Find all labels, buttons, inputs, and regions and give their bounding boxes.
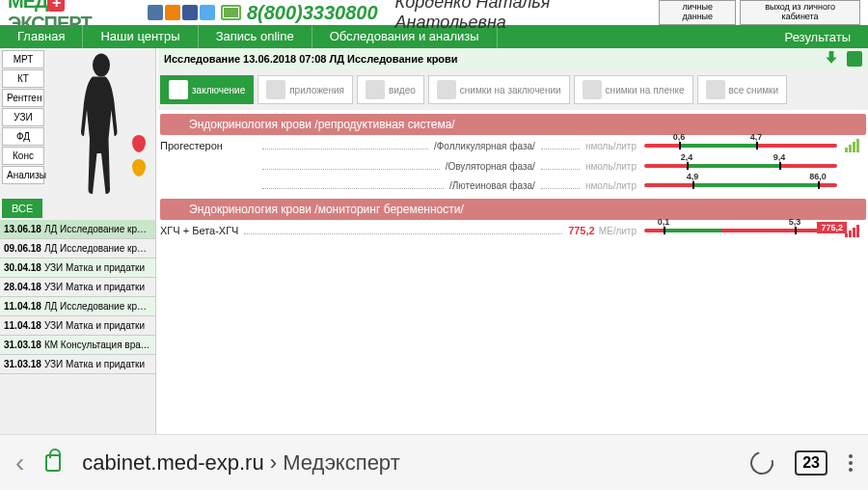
- social-icons: [148, 5, 215, 20]
- back-icon[interactable]: ‹: [15, 448, 24, 478]
- logout-button[interactable]: выход из личного кабинета: [740, 0, 860, 25]
- tw-icon[interactable]: [200, 5, 215, 20]
- study-title-row: Исследование 13.06.2018 07:08 ЛД Исследо…: [158, 48, 868, 69]
- tab-все снимки[interactable]: все снимки: [697, 75, 787, 104]
- history-item[interactable]: 11.04.18УЗИ Матка и придатки: [0, 316, 155, 336]
- cat-УЗИ[interactable]: УЗИ: [2, 108, 44, 126]
- range-bar: 2,49,4: [644, 160, 837, 172]
- nav-centers[interactable]: Наши центры: [83, 25, 198, 48]
- plus-icon: +: [47, 0, 65, 12]
- history-item[interactable]: 31.03.18УЗИ Матка и придатки: [0, 355, 155, 374]
- download-icon[interactable]: [824, 51, 839, 67]
- history-item[interactable]: 31.03.18КМ Консультация врача-г...: [0, 336, 155, 355]
- study-title: Исследование 13.06.2018 07:08 ЛД Исследо…: [164, 48, 458, 69]
- range-bar: 0,1 5,3 775,2: [644, 225, 837, 236]
- tab-icon: [583, 80, 602, 99]
- trend-icon[interactable]: [845, 139, 866, 152]
- cat-Конс[interactable]: Конс: [2, 147, 44, 165]
- range-bar: 0,64,7: [644, 140, 837, 151]
- history-item[interactable]: 09.06.18ЛД Исследование крови: [0, 239, 155, 259]
- url-display[interactable]: cabinet.med-exp.ru › Медэксперт: [82, 450, 399, 476]
- print-icon[interactable]: [847, 51, 862, 67]
- tab-видео[interactable]: видео: [357, 75, 424, 104]
- cat-Анализы[interactable]: Анализы: [2, 166, 44, 184]
- main-nav: Главная Наши центры Запись online Обслед…: [0, 25, 868, 48]
- history-item[interactable]: 11.04.18ЛД Исследование крови: [0, 297, 155, 316]
- lock-icon: [45, 454, 61, 472]
- result-row-hcg: ХГЧ + Бета-ХГЧ 775,2 МЕ/литр 0,1 5,3 775…: [158, 220, 868, 241]
- tab-снимки на заключении[interactable]: снимки на заключении: [428, 75, 570, 104]
- tab-icon: [266, 80, 285, 99]
- svg-point-0: [93, 54, 110, 77]
- nav-home[interactable]: Главная: [0, 25, 83, 48]
- phone-number: 8(800)3330800: [247, 2, 378, 24]
- cat-КТ[interactable]: КТ: [2, 69, 44, 88]
- section-header-2: Эндокринология крови /мониторинг беремен…: [160, 199, 866, 220]
- result-row: /Лютеиновая фаза/нмоль/литр4,986,0: [158, 176, 868, 195]
- tab-icon: [169, 80, 188, 99]
- tab-приложения[interactable]: приложения: [258, 75, 353, 104]
- body-figure: [46, 48, 155, 197]
- cat-ФД[interactable]: ФД: [2, 127, 44, 146]
- nav-results[interactable]: Результаты: [768, 30, 868, 44]
- tab-icon: [366, 80, 385, 99]
- tab-icon: [437, 80, 456, 99]
- mail-icon[interactable]: [221, 5, 241, 20]
- main-content: Исследование 13.06.2018 07:08 ЛД Исследо…: [156, 48, 868, 434]
- fb-icon[interactable]: [182, 5, 198, 20]
- history-item[interactable]: 28.04.18УЗИ Матка и придатки: [0, 278, 155, 297]
- tab-icon: [706, 80, 725, 99]
- history-item[interactable]: 30.04.18УЗИ Матка и придатки: [0, 259, 155, 278]
- tab-заключение[interactable]: заключение: [160, 75, 254, 104]
- nav-booking[interactable]: Запись online: [199, 25, 312, 48]
- urine-drop-icon[interactable]: [132, 159, 146, 177]
- nav-tests[interactable]: Обследования и анализы: [312, 25, 498, 48]
- all-button[interactable]: ВСЕ: [2, 199, 42, 218]
- result-row: Прогестерон/Фолликулярная фаза/нмоль/лит…: [158, 135, 868, 156]
- app-header: МЕД+ЭКСПЕРТ 8(800)3330800 Корденко Натал…: [0, 0, 868, 25]
- tab-снимки на пленке[interactable]: снимки на пленке: [574, 75, 693, 104]
- cat-МРТ[interactable]: МРТ: [2, 50, 44, 68]
- range-bar: 4,986,0: [644, 179, 837, 191]
- sidebar: МРТКТРентгенУЗИФДКонсАнализы ВСЕ 13.06.1…: [0, 48, 156, 434]
- result-row: /Овуляторная фаза/нмоль/литр2,49,4: [158, 156, 868, 176]
- menu-icon[interactable]: [849, 454, 853, 472]
- reload-icon[interactable]: [746, 447, 778, 478]
- history-item[interactable]: 13.06.18ЛД Исследование крови: [0, 220, 155, 239]
- tabs-count[interactable]: 23: [795, 450, 827, 476]
- vk-icon[interactable]: [148, 5, 163, 20]
- profile-button[interactable]: личные данные: [659, 0, 736, 25]
- trend-icon[interactable]: [845, 224, 866, 237]
- ok-icon[interactable]: [165, 5, 180, 20]
- blood-drop-icon[interactable]: [132, 135, 146, 152]
- cat-Рентген[interactable]: Рентген: [2, 89, 44, 107]
- browser-bar: ‹ cabinet.med-exp.ru › Медэксперт 23: [0, 434, 868, 490]
